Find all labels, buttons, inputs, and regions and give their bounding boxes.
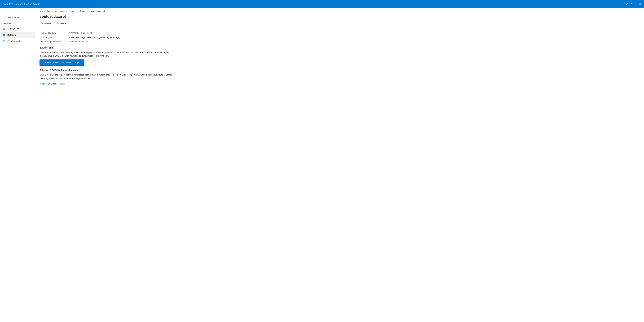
home-icon: ⌂ [2, 16, 6, 19]
dataset-type-label: Dataset type [40, 36, 69, 39]
breadcrumb-my-resources[interactable]: My resources [54, 10, 67, 12]
app-title: Cognitive Services | Vision Studio [2, 3, 40, 5]
delete-icon: 🗑 [56, 22, 59, 25]
external-link-icon: ⧉ [86, 41, 88, 43]
page-title: contosodataset [35, 13, 644, 21]
coco-action-links: + Add COCO file Delete [40, 83, 640, 85]
details-grid: Last modified on 2/21/2023, 11:53:15 AM … [35, 32, 644, 47]
breadcrumb-separator-3: > [78, 10, 79, 12]
toolbar: ↻ Refresh 🗑 Delete [35, 21, 644, 28]
top-navigation: Cognitive Services | Vision Studio ⚙ ? ˅… [0, 0, 644, 8]
last-modified-label: Last modified on [40, 32, 69, 35]
deployments-icon: ⊞ [2, 27, 6, 30]
sidebar-item-label: Vision Studio [8, 17, 20, 19]
breadcrumb-separator-1: > [52, 10, 54, 12]
chevron-down-icon[interactable]: ˅ [634, 2, 636, 6]
last-modified-value: 2/21/2023, 11:53:15 AM [69, 32, 640, 35]
coco-delete-button: Delete [58, 83, 65, 85]
blob-storage-value: contosocontainer ⧉ [69, 40, 640, 43]
divider [35, 29, 644, 29]
section1-description: Create an Azure ML Data Labeling project… [40, 51, 176, 58]
sidebar-item-label: Custom models [8, 40, 22, 43]
sidebar: « ⌂ Vision Studio Contoso ⊞ Deployments … [0, 8, 35, 322]
settings-icon[interactable]: ⚙ [625, 2, 628, 6]
sidebar-collapse-button[interactable]: « [0, 9, 35, 15]
blob-storage-label: Blob storage container [40, 40, 69, 43]
sidebar-item-custom-models[interactable]: ◱ Custom models [0, 38, 35, 44]
refresh-icon: ↻ [41, 22, 43, 25]
breadcrumb-datasets[interactable]: Datasets [80, 10, 88, 12]
user-icon[interactable]: ☺ [638, 2, 642, 6]
blob-storage-link[interactable]: contosocontainer ⧉ [69, 41, 640, 43]
sidebar-item-label: Deployments [8, 28, 20, 30]
delete-button[interactable]: 🗑 Delete [56, 21, 67, 26]
dataset-type-value: Multi-class image classification (single… [69, 36, 640, 39]
help-icon[interactable]: ? [630, 2, 632, 6]
breadcrumb-vision-studio[interactable]: Vision Studio [40, 10, 52, 12]
sidebar-item-deployments[interactable]: ⊞ Deployments [0, 26, 35, 32]
section2-title: 2. Import COCO file for labeled data [40, 69, 640, 72]
main-content: Vision Studio > My resources > Contoso >… [35, 8, 644, 322]
breadcrumb-contoso[interactable]: Contoso [70, 10, 77, 12]
delete-label: Delete [60, 22, 66, 25]
top-nav-icons: ⚙ ? ˅ ☺ [625, 2, 642, 6]
section2-description: COCO files are the required format for l… [40, 73, 176, 80]
breadcrumb-current: contosodataset [91, 10, 105, 12]
sidebar-item-vision-studio[interactable]: ⌂ Vision Studio [0, 15, 35, 21]
section-import-coco: 2. Import COCO file for labeled data COC… [35, 69, 644, 89]
page-layout: « ⌂ Vision Studio Contoso ⊞ Deployments … [0, 8, 644, 322]
refresh-label: Refresh [44, 22, 52, 25]
breadcrumb-separator-2: > [68, 10, 69, 12]
add-coco-file-button[interactable]: + Add COCO file [40, 83, 56, 85]
sidebar-item-label: Datasets [8, 34, 16, 36]
breadcrumb-separator-4: > [89, 10, 90, 12]
sidebar-section-label: Contoso [0, 21, 35, 26]
section1-title: 1. Label data [40, 47, 640, 49]
datasets-icon: ▦ [2, 34, 6, 37]
breadcrumb: Vision Studio > My resources > Contoso >… [35, 8, 644, 13]
section-label-data: 1. Label data Create an Azure ML Data La… [35, 47, 644, 69]
refresh-button[interactable]: ↻ Refresh [40, 21, 52, 26]
custom-models-icon: ◱ [2, 40, 6, 43]
sidebar-item-datasets[interactable]: ▦ Datasets [0, 32, 35, 38]
create-ml-labeling-project-button[interactable]: Create Azure ML Data Labeling Project [40, 60, 84, 65]
